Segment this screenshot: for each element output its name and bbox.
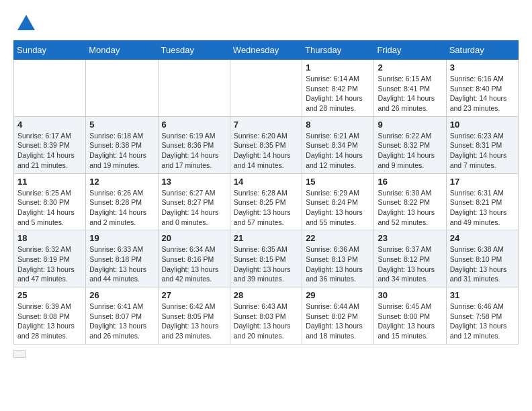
legend-box	[13, 350, 26, 358]
day-info: Sunrise: 6:28 AM Sunset: 8:25 PM Dayligh…	[234, 188, 298, 228]
calendar-day-cell: 27Sunrise: 6:42 AM Sunset: 8:05 PM Dayli…	[158, 287, 230, 345]
day-info: Sunrise: 6:41 AM Sunset: 8:07 PM Dayligh…	[89, 302, 154, 341]
day-info: Sunrise: 6:42 AM Sunset: 8:05 PM Dayligh…	[162, 302, 226, 341]
day-number: 2	[378, 62, 442, 73]
day-number: 27	[162, 290, 226, 300]
calendar-day-cell: 9Sunrise: 6:22 AM Sunset: 8:32 PM Daylig…	[374, 116, 446, 173]
calendar-day-cell: 13Sunrise: 6:27 AM Sunset: 8:27 PM Dayli…	[158, 173, 230, 230]
day-info: Sunrise: 6:37 AM Sunset: 8:12 PM Dayligh…	[378, 244, 442, 284]
calendar-day-cell: 21Sunrise: 6:35 AM Sunset: 8:15 PM Dayli…	[230, 230, 302, 287]
calendar-day-cell: 22Sunrise: 6:36 AM Sunset: 8:13 PM Dayli…	[302, 230, 374, 287]
day-number: 6	[162, 120, 226, 130]
day-number: 18	[17, 233, 82, 243]
day-info: Sunrise: 6:30 AM Sunset: 8:22 PM Dayligh…	[378, 188, 442, 228]
day-number: 15	[306, 177, 370, 187]
day-number: 4	[17, 120, 82, 130]
calendar-day-cell	[158, 60, 230, 117]
day-number: 3	[450, 62, 515, 73]
day-info: Sunrise: 6:19 AM Sunset: 8:36 PM Dayligh…	[162, 131, 226, 171]
calendar-day-cell: 14Sunrise: 6:28 AM Sunset: 8:25 PM Dayli…	[230, 173, 302, 230]
page-header	[13, 13, 519, 34]
day-info: Sunrise: 6:27 AM Sunset: 8:27 PM Dayligh…	[162, 188, 226, 228]
calendar-day-cell: 2Sunrise: 6:15 AM Sunset: 8:41 PM Daylig…	[374, 60, 446, 117]
day-info: Sunrise: 6:21 AM Sunset: 8:34 PM Dayligh…	[306, 131, 370, 171]
calendar-week-row: 1Sunrise: 6:14 AM Sunset: 8:42 PM Daylig…	[14, 60, 519, 117]
day-info: Sunrise: 6:26 AM Sunset: 8:28 PM Dayligh…	[89, 188, 154, 228]
day-number: 14	[234, 177, 298, 187]
day-number: 5	[89, 120, 154, 130]
calendar-day-cell: 31Sunrise: 6:46 AM Sunset: 7:58 PM Dayli…	[446, 287, 518, 345]
day-number: 30	[378, 290, 442, 300]
calendar-day-header: Thursday	[302, 41, 374, 60]
calendar-day-cell: 28Sunrise: 6:43 AM Sunset: 8:03 PM Dayli…	[230, 287, 302, 345]
calendar-week-row: 4Sunrise: 6:17 AM Sunset: 8:39 PM Daylig…	[14, 116, 519, 173]
day-info: Sunrise: 6:23 AM Sunset: 8:31 PM Dayligh…	[450, 131, 515, 171]
day-info: Sunrise: 6:38 AM Sunset: 8:10 PM Dayligh…	[450, 244, 515, 284]
day-info: Sunrise: 6:39 AM Sunset: 8:08 PM Dayligh…	[17, 302, 82, 341]
day-number: 24	[450, 233, 515, 243]
day-number: 17	[450, 177, 515, 187]
calendar-day-cell: 15Sunrise: 6:29 AM Sunset: 8:24 PM Dayli…	[302, 173, 374, 230]
calendar-day-cell: 8Sunrise: 6:21 AM Sunset: 8:34 PM Daylig…	[302, 116, 374, 173]
day-number: 26	[89, 290, 154, 300]
day-number: 22	[306, 233, 370, 243]
calendar-day-cell	[86, 60, 158, 117]
day-number: 7	[234, 120, 298, 130]
calendar-day-header: Sunday	[14, 41, 86, 60]
calendar-day-cell: 24Sunrise: 6:38 AM Sunset: 8:10 PM Dayli…	[446, 230, 518, 287]
day-info: Sunrise: 6:32 AM Sunset: 8:19 PM Dayligh…	[17, 244, 82, 284]
day-number: 1	[306, 62, 370, 73]
day-number: 31	[450, 290, 515, 300]
day-info: Sunrise: 6:33 AM Sunset: 8:18 PM Dayligh…	[89, 244, 154, 284]
logo-icon	[16, 13, 36, 34]
calendar-day-cell: 16Sunrise: 6:30 AM Sunset: 8:22 PM Dayli…	[374, 173, 446, 230]
calendar-day-header: Friday	[374, 41, 446, 60]
day-info: Sunrise: 6:34 AM Sunset: 8:16 PM Dayligh…	[162, 244, 226, 284]
day-info: Sunrise: 6:35 AM Sunset: 8:15 PM Dayligh…	[234, 244, 298, 284]
day-info: Sunrise: 6:14 AM Sunset: 8:42 PM Dayligh…	[306, 74, 370, 113]
day-number: 16	[378, 177, 442, 187]
calendar-day-cell: 11Sunrise: 6:25 AM Sunset: 8:30 PM Dayli…	[14, 173, 86, 230]
day-info: Sunrise: 6:31 AM Sunset: 8:21 PM Dayligh…	[450, 188, 515, 228]
day-number: 11	[17, 177, 82, 187]
calendar-table: SundayMondayTuesdayWednesdayThursdayFrid…	[13, 40, 519, 345]
calendar-week-row: 11Sunrise: 6:25 AM Sunset: 8:30 PM Dayli…	[14, 173, 519, 230]
calendar-day-cell: 23Sunrise: 6:37 AM Sunset: 8:12 PM Dayli…	[374, 230, 446, 287]
calendar-day-cell: 12Sunrise: 6:26 AM Sunset: 8:28 PM Dayli…	[86, 173, 158, 230]
calendar-day-header: Wednesday	[230, 41, 302, 60]
day-number: 13	[162, 177, 226, 187]
calendar-day-cell: 19Sunrise: 6:33 AM Sunset: 8:18 PM Dayli…	[86, 230, 158, 287]
day-info: Sunrise: 6:22 AM Sunset: 8:32 PM Dayligh…	[378, 131, 442, 171]
day-number: 23	[378, 233, 442, 243]
day-info: Sunrise: 6:46 AM Sunset: 7:58 PM Dayligh…	[450, 302, 515, 341]
day-info: Sunrise: 6:18 AM Sunset: 8:38 PM Dayligh…	[89, 131, 154, 171]
calendar-day-cell: 1Sunrise: 6:14 AM Sunset: 8:42 PM Daylig…	[302, 60, 374, 117]
day-number: 21	[234, 233, 298, 243]
calendar-day-cell: 3Sunrise: 6:16 AM Sunset: 8:40 PM Daylig…	[446, 60, 518, 117]
day-number: 8	[306, 120, 370, 130]
calendar-day-cell: 29Sunrise: 6:44 AM Sunset: 8:02 PM Dayli…	[302, 287, 374, 345]
day-info: Sunrise: 6:15 AM Sunset: 8:41 PM Dayligh…	[378, 74, 442, 113]
calendar-day-cell: 6Sunrise: 6:19 AM Sunset: 8:36 PM Daylig…	[158, 116, 230, 173]
calendar-day-cell: 30Sunrise: 6:45 AM Sunset: 8:00 PM Dayli…	[374, 287, 446, 345]
day-number: 20	[162, 233, 226, 243]
day-number: 9	[378, 120, 442, 130]
day-info: Sunrise: 6:20 AM Sunset: 8:35 PM Dayligh…	[234, 131, 298, 171]
svg-marker-0	[17, 15, 35, 30]
calendar-header-row: SundayMondayTuesdayWednesdayThursdayFrid…	[14, 41, 519, 60]
calendar-week-row: 25Sunrise: 6:39 AM Sunset: 8:08 PM Dayli…	[14, 287, 519, 345]
day-info: Sunrise: 6:29 AM Sunset: 8:24 PM Dayligh…	[306, 188, 370, 228]
day-info: Sunrise: 6:17 AM Sunset: 8:39 PM Dayligh…	[17, 131, 82, 171]
calendar-day-header: Saturday	[446, 41, 518, 60]
calendar-day-cell: 18Sunrise: 6:32 AM Sunset: 8:19 PM Dayli…	[14, 230, 86, 287]
calendar-day-header: Tuesday	[158, 41, 230, 60]
day-info: Sunrise: 6:16 AM Sunset: 8:40 PM Dayligh…	[450, 74, 515, 113]
day-number: 25	[17, 290, 82, 300]
day-number: 29	[306, 290, 370, 300]
calendar-day-cell: 5Sunrise: 6:18 AM Sunset: 8:38 PM Daylig…	[86, 116, 158, 173]
day-info: Sunrise: 6:36 AM Sunset: 8:13 PM Dayligh…	[306, 244, 370, 284]
calendar-day-cell: 20Sunrise: 6:34 AM Sunset: 8:16 PM Dayli…	[158, 230, 230, 287]
calendar-day-cell	[230, 60, 302, 117]
calendar-day-cell: 10Sunrise: 6:23 AM Sunset: 8:31 PM Dayli…	[446, 116, 518, 173]
day-number: 28	[234, 290, 298, 300]
